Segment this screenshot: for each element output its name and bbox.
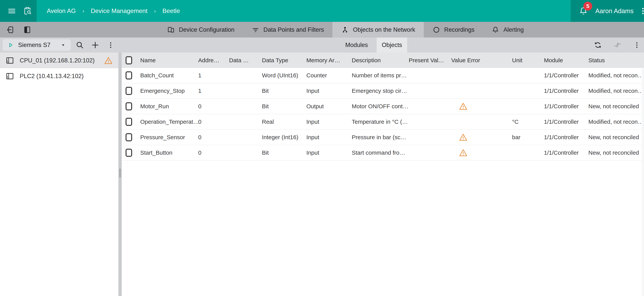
table-row[interactable]: Pressure_Sensor0Integer (Int16)InputPres… <box>122 130 644 145</box>
table-header-row: Name Addre… Data … Data Type Memory Ar… … <box>122 53 644 68</box>
object-toolbar: Siemens S7 Modules Objects <box>0 38 644 53</box>
hamburger-icon <box>7 7 16 16</box>
row-checkbox[interactable] <box>126 71 132 80</box>
sync-icon <box>594 41 602 50</box>
column-header-name[interactable]: Name <box>140 57 198 64</box>
reconcile-button[interactable] <box>613 41 622 50</box>
column-header-data-type[interactable]: Data Type <box>262 57 306 64</box>
table-row[interactable]: Emergency_Stop1BitInputEmergency stop ci… <box>122 83 644 99</box>
network-icon <box>341 26 349 34</box>
cell-name: Batch_Count <box>140 72 198 79</box>
cell-address: 0 <box>198 103 229 110</box>
scrollbar-track[interactable] <box>642 68 644 296</box>
select-all-checkbox[interactable] <box>126 56 132 64</box>
column-header-data[interactable]: Data … <box>229 57 262 64</box>
breadcrumb-item-device[interactable]: Beetle <box>162 7 180 15</box>
cell-value-error <box>451 133 512 141</box>
section-tabs: Device Configuration Data Points and Fil… <box>158 22 532 38</box>
user-menu[interactable]: Aaron Adams <box>595 7 634 15</box>
cell-name: Start_Button <box>140 149 198 156</box>
cell-address: 0 <box>198 119 229 125</box>
tab-label: Recordings <box>444 26 474 33</box>
warning-icon <box>104 57 112 64</box>
table-row[interactable]: Operation_Temperat…0RealInputTemperature… <box>122 114 644 130</box>
column-header-module[interactable]: Module <box>544 57 588 64</box>
cell-unit: bar <box>512 134 544 141</box>
top-app-bar: Avelon AG › Device Management › Beetle 5… <box>0 0 644 22</box>
apps-grid-icon <box>640 6 644 16</box>
table-row[interactable]: Motor_Run0BitOutputMotor ON/OFF cont… 1/… <box>122 99 644 114</box>
device-search-button[interactable] <box>23 6 32 16</box>
record-circle-icon <box>432 26 440 34</box>
sidebar-item-cpu01[interactable]: CPU_01 (192.168.1.20:102) <box>0 53 118 68</box>
column-header-value-error[interactable]: Value Error <box>451 57 512 64</box>
device-label: PLC2 (10.41.13.42:102) <box>20 73 107 80</box>
table-row[interactable]: Start_Button0BitInputStart command fro… … <box>122 145 644 161</box>
cell-data-type: Bit <box>262 88 306 94</box>
table-row[interactable]: Batch_Count1Word (UInt16)CounterNumber o… <box>122 68 644 83</box>
row-checkbox[interactable] <box>126 133 132 141</box>
cell-address: 1 <box>198 72 229 79</box>
cell-status: Modified, not recon… <box>588 88 644 94</box>
section-nav-bar: Device Configuration Data Points and Fil… <box>0 22 644 38</box>
cell-memory-area: Input <box>306 119 352 125</box>
modules-objects-tabs: Modules Objects <box>336 38 407 53</box>
tab-modules[interactable]: Modules <box>336 38 377 53</box>
breadcrumb-item-section[interactable]: Device Management <box>91 7 148 15</box>
tab-objects[interactable]: Objects <box>377 38 407 53</box>
device-configuration-icon <box>167 26 175 34</box>
row-checkbox[interactable] <box>126 87 132 95</box>
exit-view-button[interactable] <box>6 25 15 34</box>
hamburger-menu-button[interactable] <box>7 7 16 16</box>
sidebar-item-plc2[interactable]: PLC2 (10.41.13.42:102) <box>0 68 118 84</box>
cell-data-type: Bit <box>262 149 306 156</box>
cell-memory-area: Input <box>306 88 352 94</box>
row-checkbox[interactable] <box>126 149 132 157</box>
row-checkbox[interactable] <box>126 102 132 110</box>
play-outline-icon <box>7 42 14 48</box>
cell-description: Temperature in °C (… <box>352 119 409 125</box>
kebab-icon <box>107 41 115 49</box>
tab-alerting[interactable]: Alerting <box>483 22 532 38</box>
column-header-address[interactable]: Addre… <box>198 57 229 64</box>
column-header-unit[interactable]: Unit <box>512 57 544 64</box>
cell-value-error <box>451 149 512 157</box>
column-header-present-value[interactable]: Present Val… <box>409 57 451 64</box>
topbar-right-section: 5 Aaron Adams <box>570 0 644 22</box>
cell-data-type: Word (UInt16) <box>262 72 306 79</box>
add-object-button[interactable] <box>88 38 102 53</box>
tab-label: Device Configuration <box>179 26 234 33</box>
tab-device-configuration[interactable]: Device Configuration <box>158 22 243 38</box>
driver-selector[interactable]: Siemens S7 <box>3 39 71 51</box>
cell-status: Modified, not recon… <box>588 119 644 125</box>
notification-badge: 5 <box>583 2 592 11</box>
sidebar-splitter[interactable] <box>118 53 122 296</box>
splitter-handle-icon <box>119 169 121 177</box>
cell-status: New, not reconciled <box>588 103 644 110</box>
side-panel-icon <box>23 25 32 34</box>
tab-label: Alerting <box>504 26 524 33</box>
device-sidebar: CPU_01 (192.168.1.20:102) PLC2 (10.41.13… <box>0 53 118 296</box>
search-button[interactable] <box>73 38 86 53</box>
tab-objects-on-the-network[interactable]: Objects on the Network <box>332 22 424 38</box>
toggle-sidebar-button[interactable] <box>23 25 32 34</box>
more-options-button[interactable] <box>104 38 118 53</box>
apps-grid-button[interactable] <box>640 6 644 16</box>
clipboard-search-icon <box>23 6 32 16</box>
tab-recordings[interactable]: Recordings <box>424 22 483 38</box>
cell-name: Emergency_Stop <box>140 88 198 94</box>
column-header-status[interactable]: Status <box>588 57 644 64</box>
cell-description: Start command fro… <box>352 149 409 156</box>
breadcrumb-item-company[interactable]: Avelon AG <box>47 7 76 15</box>
column-header-description[interactable]: Description <box>352 57 409 64</box>
tab-data-points-and-filters[interactable]: Data Points and Filters <box>243 22 332 38</box>
more-options-button[interactable] <box>633 41 641 49</box>
breadcrumb-separator: › <box>154 8 156 14</box>
plus-icon <box>91 41 100 50</box>
breadcrumb: Avelon AG › Device Management › Beetle <box>37 0 570 22</box>
refresh-button[interactable] <box>594 41 602 50</box>
column-header-memory-area[interactable]: Memory Ar… <box>306 57 352 64</box>
tab-label: Objects <box>382 42 402 49</box>
row-checkbox[interactable] <box>126 118 132 126</box>
merge-arrows-icon <box>613 41 622 50</box>
